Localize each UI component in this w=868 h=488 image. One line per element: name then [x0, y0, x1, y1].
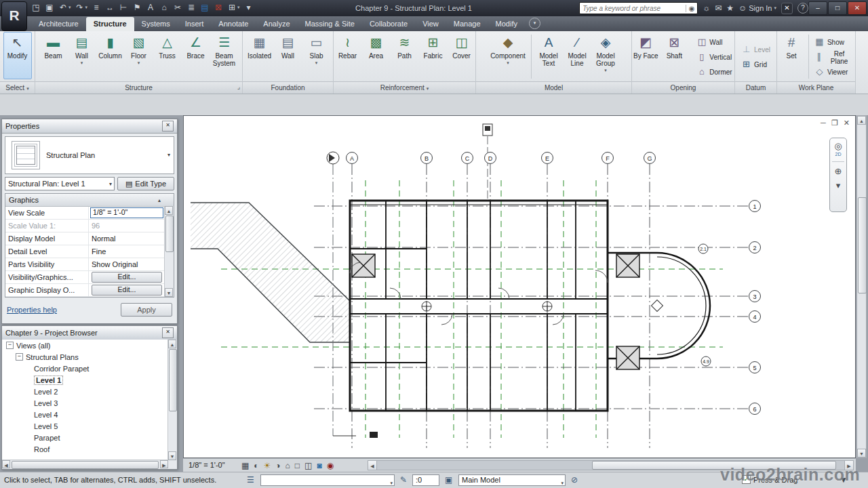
- undo-button[interactable]: ↶▾: [57, 1, 73, 14]
- property-value[interactable]: Show Original: [90, 260, 163, 268]
- graphic-display-o-edit-button[interactable]: Edit...: [92, 285, 162, 296]
- panel-label-datum[interactable]: Datum: [735, 81, 776, 94]
- worksets-icon[interactable]: ☰: [247, 475, 254, 485]
- exclude-options-icon[interactable]: ⊘: [571, 475, 578, 485]
- scroll-thumb[interactable]: [858, 197, 867, 293]
- open-button[interactable]: ◳: [30, 1, 42, 14]
- scroll-down-icon[interactable]: ▼: [165, 288, 173, 297]
- subscription-center-icon[interactable]: ☼: [703, 3, 710, 13]
- ribbon-display-toggle[interactable]: ▾: [529, 18, 540, 29]
- view-close-icon[interactable]: ✕: [844, 119, 850, 127]
- scroll-up-icon[interactable]: ▲: [168, 340, 176, 348]
- tree-expander-icon[interactable]: −: [16, 353, 23, 361]
- thin-lines-button[interactable]: ≣: [185, 1, 197, 14]
- close-icon[interactable]: ✕: [162, 121, 174, 131]
- show-crop-region-icon[interactable]: ◫: [304, 460, 312, 472]
- design-option-select[interactable]: Main Model ▾: [458, 474, 566, 486]
- collapse-icon[interactable]: ▴: [158, 197, 161, 203]
- tree-item-level-4[interactable]: Level 4: [2, 409, 168, 420]
- tree-expander-icon[interactable]: −: [6, 342, 14, 349]
- nav-caret-icon[interactable]: ▾: [836, 181, 841, 190]
- panel-label-foundation[interactable]: Foundation: [243, 81, 333, 94]
- browser-vertical-scrollbar[interactable]: ▲ ▼: [167, 340, 177, 460]
- tree-item-level-3[interactable]: Level 3: [2, 397, 168, 409]
- section-button[interactable]: ✂: [172, 1, 184, 14]
- set-button[interactable]: #Set: [777, 32, 806, 79]
- view-scale-combo[interactable]: 1/8" = 1'-0": [90, 207, 163, 218]
- grid-button[interactable]: ⊞Grid: [738, 57, 773, 72]
- group-header-graphics[interactable]: Graphics ▴: [5, 194, 174, 207]
- tree-item-roof[interactable]: Roof: [2, 443, 168, 455]
- scroll-down-icon[interactable]: ▼: [857, 449, 866, 458]
- show-button[interactable]: ▦Show: [812, 35, 855, 49]
- detail-level-icon[interactable]: ▦: [241, 460, 249, 472]
- show-rendering-dialog-icon[interactable]: ⌂: [285, 460, 290, 472]
- tree-item-level-5[interactable]: Level 5: [2, 420, 168, 432]
- tab-collaborate[interactable]: Collaborate: [362, 17, 415, 31]
- project-browser-header[interactable]: Chapter 9 - Project Browser ✕: [2, 326, 177, 340]
- edit-type-button[interactable]: ▤ Edit Type: [117, 177, 174, 190]
- view-minimize-icon[interactable]: ─: [821, 119, 826, 127]
- property-value[interactable]: Fine: [90, 247, 163, 256]
- sign-in-button[interactable]: ☺ Sign In ▾: [738, 3, 776, 13]
- restore-button[interactable]: □: [828, 1, 847, 15]
- sheet-button[interactable]: ▤: [199, 1, 211, 14]
- tree-item-corridor-parapet[interactable]: Corridor Parapet: [2, 363, 168, 374]
- default-3d-view-button[interactable]: ⌂: [158, 1, 170, 14]
- active-workset-select[interactable]: ▾: [260, 474, 395, 486]
- customize-quick-access-button[interactable]: ▾: [243, 1, 255, 14]
- tree-item-parapet[interactable]: Parapet: [2, 432, 168, 443]
- tree-item-structural-plans[interactable]: −Structural Plans: [2, 351, 168, 363]
- panel-label-structure[interactable]: Structure⌟: [35, 81, 242, 94]
- modify-button[interactable]: ↖Modify: [3, 32, 32, 79]
- favorites-icon[interactable]: ★: [726, 3, 734, 13]
- scroll-right-icon[interactable]: ▶: [160, 460, 168, 468]
- crop-view-icon[interactable]: □: [295, 460, 300, 472]
- tree-item-views-all[interactable]: −Views (all): [2, 340, 168, 351]
- floor-button[interactable]: ▧Floor▾: [125, 32, 153, 79]
- model-group-button[interactable]: ◈Model Group▾: [591, 32, 620, 79]
- visibility-graphics-edit-button[interactable]: Edit...: [92, 272, 162, 283]
- wall-button[interactable]: ▤Wall▾: [68, 32, 96, 79]
- view-restore-icon[interactable]: ❐: [831, 119, 838, 127]
- level-button[interactable]: ⊥Level: [738, 42, 773, 57]
- canvas-vertical-scrollbar[interactable]: ▲ ▼: [856, 115, 867, 458]
- panel-label-work-plane[interactable]: Work Plane: [777, 81, 855, 94]
- panel-label-model[interactable]: Model: [476, 81, 631, 94]
- model-line-button[interactable]: ∕Model Line: [563, 32, 591, 79]
- properties-scrollbar[interactable]: ▲ ▼: [164, 206, 174, 297]
- property-value[interactable]: Normal: [90, 235, 163, 243]
- redo-button[interactable]: ↷▾: [74, 1, 90, 14]
- search-go-icon[interactable]: ◉: [686, 5, 697, 12]
- print-button[interactable]: ≡: [90, 1, 102, 14]
- ref-plane-button[interactable]: ∥Ref Plane: [812, 49, 855, 64]
- temporary-hide-isolate-icon[interactable]: ◙: [317, 460, 321, 472]
- drawing-canvas[interactable]: ABCDEFG1234562.14.9 ─ ❐ ✕ ◎ 2D ⊕ ▾: [183, 115, 856, 458]
- drawing-area[interactable]: ABCDEFG1234562.14.9: [184, 116, 855, 458]
- scroll-thumb[interactable]: [12, 461, 159, 469]
- tab-manage[interactable]: Manage: [446, 17, 488, 31]
- tab-massing-site[interactable]: Massing & Site: [298, 17, 362, 31]
- reveal-hidden-elements-icon[interactable]: ◉: [327, 460, 334, 472]
- sun-path-icon[interactable]: ☀: [264, 460, 271, 472]
- cover-button[interactable]: ◫Cover: [448, 32, 476, 79]
- panel-label-select[interactable]: Select▾: [0, 81, 35, 94]
- truss-button[interactable]: △Truss: [153, 32, 182, 79]
- rebar-button[interactable]: ≀Rebar: [334, 32, 362, 79]
- by-face-button[interactable]: ◩By Face: [631, 32, 660, 79]
- type-selector[interactable]: Structural Plan ▾: [5, 136, 174, 174]
- scroll-thumb[interactable]: [169, 349, 177, 411]
- scroll-up-icon[interactable]: ▲: [165, 206, 173, 215]
- tab-view[interactable]: View: [415, 17, 446, 31]
- application-menu-button[interactable]: R: [1, 1, 27, 31]
- aligned-dimension-button[interactable]: ⊢: [117, 1, 130, 14]
- properties-header[interactable]: Properties ✕: [2, 119, 177, 134]
- close-button[interactable]: ✕: [848, 1, 867, 15]
- tab-structure[interactable]: Structure: [86, 17, 134, 31]
- browser-horizontal-scrollbar[interactable]: ◀ ▶: [2, 460, 168, 469]
- visual-style-icon[interactable]: ◐: [254, 460, 258, 472]
- tab-insert[interactable]: Insert: [178, 17, 212, 31]
- tree-item-level-1[interactable]: Level 1: [2, 374, 168, 386]
- design-options-icon[interactable]: ▣: [445, 475, 452, 485]
- steering-wheel-icon[interactable]: ◎: [834, 142, 842, 151]
